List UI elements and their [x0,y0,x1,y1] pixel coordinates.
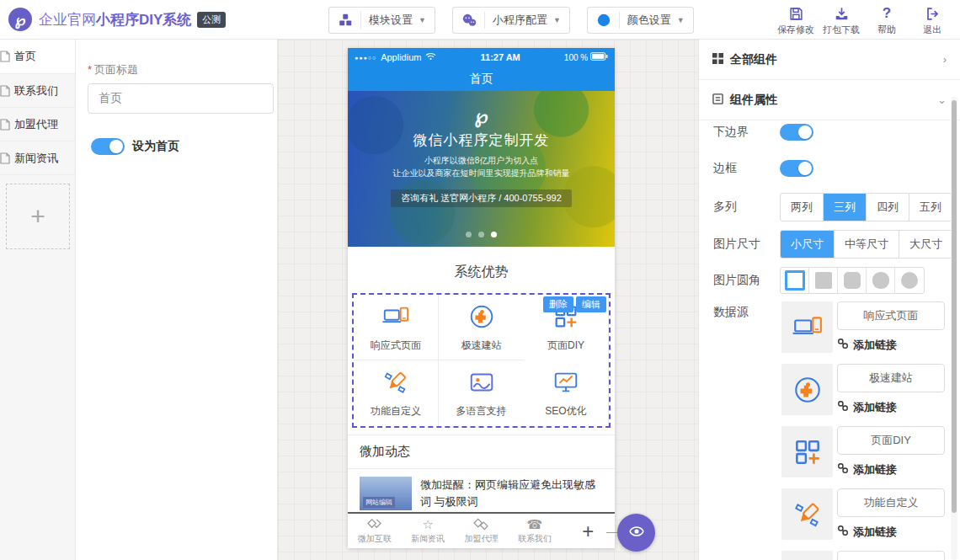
tab-weijia[interactable]: 微加互联 [348,514,401,548]
chevron-right-icon: › [943,53,947,66]
advantage-item[interactable]: 功能自定义 [354,360,439,426]
page-settings-panel: *页面标题 设为首页 [76,40,278,560]
datasource-title-input[interactable] [837,426,945,455]
banner-subtitle-line2: 让企业以及商家在短时间里实现提升品牌和销量 [348,168,615,180]
sidebar-item-agent[interactable]: 加盟代理 [0,108,75,141]
add-link-button[interactable]: 添加链接 [837,338,897,353]
datasource-title-input[interactable] [837,551,945,560]
props-list-icon [712,93,723,108]
set-home-toggle[interactable] [91,138,125,155]
banner-title: 微信小程序定制开发 [348,131,615,150]
img-radius-options [780,267,925,294]
datasource-title-input[interactable] [837,301,945,330]
columns-option-4[interactable]: 四列 [867,194,909,221]
custom-func-icon [781,488,833,540]
page-icon [0,152,10,164]
save-button[interactable]: 保存修改 [773,4,819,36]
add-link-button[interactable]: 添加链接 [837,525,897,540]
add-link-label: 添加链接 [853,338,897,353]
help-button[interactable]: ? 帮助 [864,4,909,36]
add-link-button[interactable]: 添加链接 [837,400,897,415]
toggle-knob [109,140,123,153]
download-button[interactable]: 打包下载 [819,4,864,36]
datasource-title-input[interactable] [837,364,945,392]
banner-carousel[interactable]: ℘ 微信小程序定制开发 小程序以微信8亿用户为切入点 让企业以及商家在短时间里实… [348,91,615,247]
datasource-title-input[interactable] [837,488,945,517]
radius-option-square[interactable] [809,268,838,293]
news-item[interactable]: 网站编辑 微加提醒：网页编辑应避免出现敏感词 与极限词 [348,469,615,510]
exit-button[interactable]: 退出 [909,4,955,36]
modules-icon [338,12,361,29]
news-item-title: 微加提醒：网页编辑应避免出现敏感词 与极限词 [420,477,603,510]
add-link-button[interactable]: 添加链接 [837,462,897,477]
color-settings-dropdown[interactable]: 颜色设置 ▼ [587,7,694,34]
bottom-border-row: 下边界 [699,124,960,141]
columns-option-3-selected[interactable]: 三列 [824,194,867,221]
header-actions: 保存修改 打包下载 ? 帮助 退出 [773,4,955,36]
chevron-down-icon: ▼ [419,16,426,24]
add-link-label: 添加链接 [853,400,897,415]
carousel-dots [348,226,615,241]
bottom-border-toggle[interactable] [780,124,813,141]
advantages-section: 系统优势 删除 编辑 响应式页面 极速建站 [348,247,615,428]
set-home-row: 设为首页 [91,138,179,155]
page-title-input[interactable] [88,83,274,114]
phone-tab-bar: 微加互联 ☆ 新闻资讯 加盟代理 ☎ 联系我们 + [348,514,615,548]
app-title-bold: 小程序DIY系统 [96,12,191,28]
plus-icon: + [582,524,594,538]
advantage-label: SEO优化 [545,404,586,419]
radius-option-circle[interactable] [895,268,924,293]
color-settings-label: 颜色设置 [627,13,671,28]
miniprogram-config-dropdown[interactable]: 小程序配置 ▼ [452,7,570,34]
sidebar-item-news[interactable]: 新闻资讯 [0,141,75,175]
inspector-scrollbar[interactable] [951,97,957,560]
tab-add-button[interactable]: + [562,514,615,548]
radius-option-rounded[interactable] [838,268,867,293]
img-size-large[interactable]: 大尺寸 [899,231,952,258]
wechat-icon [461,12,485,29]
app-window: ℘ 企业官网小程序DIY系统 公测 模块设置 ▼ 小程序配置 ▼ [0,0,960,560]
carousel-dot-active[interactable] [491,232,497,237]
advantage-item[interactable]: 响应式页面 [354,295,439,360]
border-toggle[interactable] [780,160,813,177]
page-icon [0,119,10,131]
img-size-segmented-control: 小尺寸 中等尺寸 大尺寸 [780,230,953,259]
tab-label: 新闻资讯 [411,533,445,545]
columns-option-5[interactable]: 五列 [909,194,952,221]
datasource-item: 添加链接 [781,364,950,416]
columns-segmented-control: 两列 三列 四列 五列 [780,193,952,221]
radius-option-none-selected[interactable] [781,268,809,293]
tab-contact[interactable]: ☎ 联系我们 [508,514,561,548]
sidebar-item-home[interactable]: 首页 [0,40,75,74]
img-size-small-selected[interactable]: 小尺寸 [781,231,835,258]
all-components-header[interactable]: 全部组件 › [699,40,960,80]
radius-swatch [844,272,861,289]
edit-badge-button[interactable]: 编辑 [576,296,606,312]
delete-badge-button[interactable]: 删除 [543,296,573,312]
advantage-item[interactable]: 极速建站 [439,295,524,360]
radius-option-round[interactable] [867,268,895,293]
color-dot-icon [596,12,620,29]
img-size-medium[interactable]: 中等尺寸 [835,231,899,258]
set-home-label: 设为首页 [132,139,179,154]
tab-agent[interactable]: 加盟代理 [455,514,508,548]
advantage-item[interactable]: 多语言支持 [439,360,524,426]
brand-logo-icon: ℘ [8,8,32,31]
news-thumbnail-image: 网站编辑 [360,477,412,510]
carousel-dot[interactable] [466,232,472,237]
sidebar-item-contact[interactable]: 联系我们 [0,74,75,108]
columns-option-2[interactable]: 两列 [781,194,824,221]
wifi-icon [425,52,436,62]
module-settings-dropdown[interactable]: 模块设置 ▼ [328,7,435,34]
preview-eye-button[interactable] [617,514,655,552]
datasource-item: 添加链接 [781,488,950,541]
add-page-button[interactable]: + [6,184,70,249]
fast-build-icon [781,364,833,415]
scrollbar-thumb[interactable] [952,100,957,513]
advantages-grid-selected[interactable]: 删除 编辑 响应式页面 极速建站 页面DIY [352,293,611,428]
component-props-header[interactable]: 组件属性 ⌄ [699,80,960,120]
advantage-item[interactable]: SEO优化 [524,360,609,426]
banner-contact-pill: 咨询有礼 送官网小程序 / 400-0755-992 [391,189,572,207]
tab-news[interactable]: ☆ 新闻资讯 [401,514,454,548]
carousel-dot[interactable] [478,232,484,237]
